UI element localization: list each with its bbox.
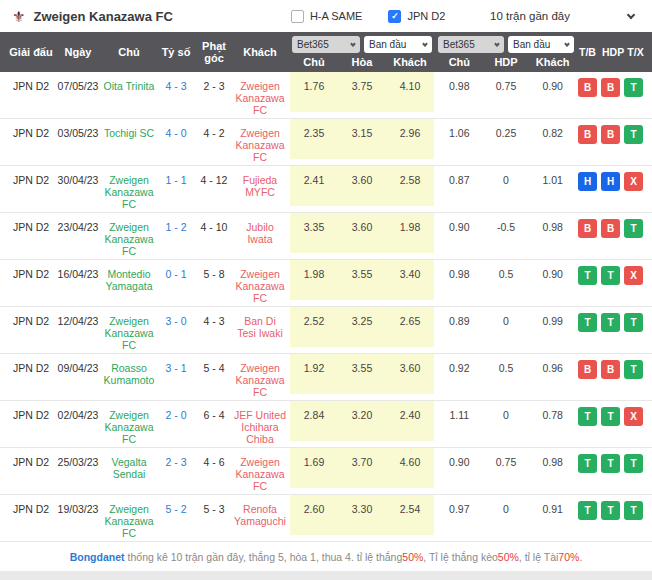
away-team-link[interactable]: Zweigen Kanazawa FC (234, 448, 286, 492)
home-team-link[interactable]: Zweigen Kanazawa FC (100, 401, 158, 445)
odds-hdp-line: 0.25 (483, 119, 530, 139)
odds-1x2-draw: 3.20 (338, 401, 386, 441)
stage-select-1x2[interactable]: Ban đầu (364, 36, 432, 53)
score-link[interactable]: 3 - 0 (158, 307, 194, 327)
bookmaker-select-1x2[interactable]: Bet365 (292, 36, 360, 53)
home-team-link[interactable]: Montedio Yamagata (100, 260, 158, 292)
match-row[interactable]: JPN D2 07/05/23 Oita Trinita 4 - 3 2 - 3… (0, 72, 652, 119)
home-team-link[interactable]: Vegalta Sendai (100, 448, 158, 480)
home-team-link[interactable]: Roasso Kumamoto (100, 354, 158, 386)
odds-1x2-away: 3.40 (386, 260, 434, 300)
corners-value: 5 - 8 (194, 260, 234, 280)
away-team-link[interactable]: Zweigen Kanazawa FC (234, 354, 286, 398)
odds-1x2-away: 4.60 (386, 448, 434, 488)
score-link[interactable]: 0 - 1 (158, 260, 194, 280)
bookmaker-select-hdp[interactable]: Bet365 (438, 36, 504, 53)
odds-1x2-home: 1.69 (290, 448, 338, 488)
score-link[interactable]: 5 - 2 (158, 495, 194, 515)
col-header-hdp: HDP (602, 46, 621, 58)
result-badge: B (578, 78, 597, 97)
subcol-1x2-draw: Hòa (338, 56, 386, 68)
match-row[interactable]: JPN D2 09/04/23 Roasso Kumamoto 3 - 1 5 … (0, 354, 652, 401)
odds-hdp-away: 0.90 (529, 72, 576, 92)
match-row[interactable]: JPN D2 12/04/23 Zweigen Kanazawa FC 3 - … (0, 307, 652, 354)
odds-handicap-cell: 0.98 0.75 0.90 (436, 72, 576, 92)
odds-1x2-draw: 3.55 (338, 260, 386, 300)
odds-hdp-line: -0.5 (483, 213, 530, 233)
col-header-score: Tỷ số (158, 32, 194, 72)
league-filter-checkbox-box[interactable] (388, 10, 401, 23)
match-date: 02/04/23 (56, 401, 100, 421)
home-team-link[interactable]: Oita Trinita (100, 72, 158, 92)
odds-hdp-line: 0 (483, 166, 530, 186)
odds-handicap-cell: 0.89 0 0.99 (436, 307, 576, 327)
stage-select-hdp[interactable]: Ban đầu (508, 36, 574, 53)
result-badge: B (601, 219, 620, 238)
away-team-link[interactable]: Ban Di Tesi Iwaki (234, 307, 286, 339)
ha-same-checkbox-box[interactable] (291, 10, 304, 23)
score-link[interactable]: 4 - 0 (158, 119, 194, 139)
odds-1x2-draw: 3.30 (338, 495, 386, 535)
away-team-link[interactable]: JEF United Ichihara Chiba (234, 401, 286, 445)
match-row[interactable]: JPN D2 30/04/23 Zweigen Kanazawa FC 1 - … (0, 166, 652, 213)
result-badge: T (624, 501, 643, 520)
corners-value: 5 - 4 (194, 354, 234, 374)
score-link[interactable]: 2 - 3 (158, 448, 194, 468)
result-badges: TTX (576, 260, 652, 285)
odds-1x2-home: 2.60 (290, 495, 338, 535)
odds-hdp-line: 0.5 (483, 354, 530, 374)
home-team-link[interactable]: Zweigen Kanazawa FC (100, 166, 158, 210)
match-row[interactable]: JPN D2 19/03/23 Zweigen Kanazawa FC 5 - … (0, 495, 652, 542)
away-team-link[interactable]: Jubilo Iwata (234, 213, 286, 245)
summary-text-1: thống kê 10 trận gần đây, thắng 5, hòa 1… (128, 551, 403, 563)
result-badge: T (578, 407, 597, 426)
away-team-link[interactable]: Zweigen Kanazawa FC (234, 119, 286, 163)
away-team-link[interactable]: Zweigen Kanazawa FC (234, 72, 286, 116)
match-league: JPN D2 (6, 260, 56, 280)
odds-1x2-cell: 1.92 3.55 3.60 (290, 354, 434, 394)
chevron-down-icon (422, 41, 428, 47)
match-row[interactable]: JPN D2 25/03/23 Vegalta Sendai 2 - 3 4 -… (0, 448, 652, 495)
score-link[interactable]: 2 - 0 (158, 401, 194, 421)
result-badge: X (624, 266, 643, 285)
league-filter-checkbox[interactable]: JPN D2 (388, 10, 445, 23)
result-badge: T (601, 313, 620, 332)
score-link[interactable]: 4 - 3 (158, 72, 194, 92)
summary-text-3: , tỉ lệ Tài (519, 551, 559, 563)
match-row[interactable]: JPN D2 02/04/23 Zweigen Kanazawa FC 2 - … (0, 401, 652, 448)
match-date: 23/04/23 (56, 213, 100, 233)
odds-1x2-away: 2.58 (386, 166, 434, 206)
team-crest-icon: ⚜ (12, 9, 25, 24)
result-badge: X (624, 407, 643, 426)
odds-hdp-home: 0.97 (436, 495, 483, 515)
home-team-link[interactable]: Zweigen Kanazawa FC (100, 213, 158, 257)
odds-hdp-home: 0.89 (436, 307, 483, 327)
match-row[interactable]: JPN D2 03/05/23 Tochigi SC 4 - 0 4 - 2 Z… (0, 119, 652, 166)
corners-value: 4 - 12 (194, 166, 234, 186)
odds-hdp-home: 0.92 (436, 354, 483, 374)
away-team-link[interactable]: Zweigen Kanazawa FC (234, 260, 286, 304)
match-row[interactable]: JPN D2 16/04/23 Montedio Yamagata 0 - 1 … (0, 260, 652, 307)
corners-value: 5 - 3 (194, 495, 234, 515)
score-link[interactable]: 1 - 2 (158, 213, 194, 233)
odds-1x2-draw: 3.15 (338, 119, 386, 159)
score-link[interactable]: 1 - 1 (158, 166, 194, 186)
odds-handicap-cell: 1.11 0 0.78 (436, 401, 576, 421)
team-title: Zweigen Kanazawa FC (33, 9, 172, 24)
odds-hdp-home: 0.87 (436, 166, 483, 186)
col-header-tb: T/B (578, 46, 597, 58)
match-range-select[interactable]: 10 trận gần đây (464, 6, 642, 26)
away-team-link[interactable]: Renofa Yamaguchi (234, 495, 286, 527)
home-team-link[interactable]: Zweigen Kanazawa FC (100, 495, 158, 539)
match-row[interactable]: JPN D2 23/04/23 Zweigen Kanazawa FC 1 - … (0, 213, 652, 260)
chevron-down-icon (564, 41, 570, 47)
away-team-link[interactable]: Fujieda MYFC (234, 166, 286, 198)
ha-same-checkbox[interactable]: H-A SAME (291, 10, 363, 23)
odds-1x2-home: 3.35 (290, 213, 338, 253)
topbar: ⚜ Zweigen Kanazawa FC H-A SAME JPN D2 10… (0, 0, 652, 32)
home-team-link[interactable]: Zweigen Kanazawa FC (100, 307, 158, 351)
score-link[interactable]: 3 - 1 (158, 354, 194, 374)
odds-1x2-home: 2.41 (290, 166, 338, 206)
odds-1x2-away: 1.98 (386, 213, 434, 253)
home-team-link[interactable]: Tochigi SC (100, 119, 158, 139)
